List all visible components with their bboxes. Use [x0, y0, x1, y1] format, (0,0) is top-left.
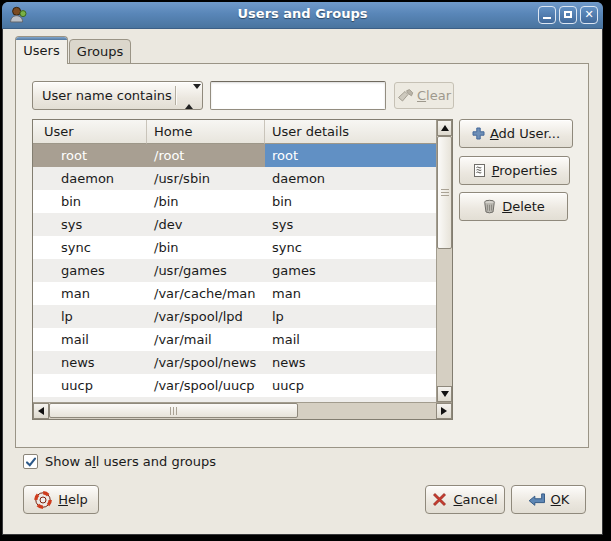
table-row[interactable]: uucp /var/spool/uucp uucp: [33, 374, 436, 397]
ok-icon: [528, 492, 545, 507]
help-button[interactable]: Help: [23, 485, 99, 514]
column-header-details[interactable]: User details: [265, 120, 436, 144]
filter-field-value: User name contains: [42, 88, 172, 103]
users-and-groups-window: Users and Groups ✕ Users Groups User nam…: [2, 2, 603, 535]
table-row-root[interactable]: root /root root: [33, 144, 436, 167]
combo-arrows-icon: [185, 89, 194, 104]
delete-button[interactable]: Delete: [459, 192, 568, 221]
cancel-label: Cancel: [453, 492, 497, 507]
close-button[interactable]: ✕: [580, 6, 598, 24]
vertical-scrollbar[interactable]: [436, 120, 452, 402]
arrow-right-icon: [441, 407, 447, 415]
filter-field-select[interactable]: User name contains: [32, 81, 203, 110]
cancel-icon: [432, 492, 447, 507]
properties-icon: [472, 163, 487, 178]
vertical-scrollbar-thumb[interactable]: [437, 136, 452, 249]
cancel-button[interactable]: Cancel: [425, 485, 505, 514]
tab-users[interactable]: Users: [15, 36, 68, 64]
scroll-right-button[interactable]: [436, 403, 452, 419]
add-user-label: Add User...: [490, 126, 560, 141]
maximize-button[interactable]: [559, 6, 577, 24]
table-row[interactable]: man /var/cache/man man: [33, 282, 436, 305]
delete-label: Delete: [502, 199, 545, 214]
checkbox-checked-icon[interactable]: [23, 454, 38, 469]
column-header-user[interactable]: User: [33, 120, 147, 144]
users-tab-page: User name contains Clear User Home User …: [15, 63, 589, 448]
filter-search-input[interactable]: [210, 81, 386, 110]
clear-button[interactable]: Clear: [394, 82, 454, 109]
help-icon: [34, 491, 52, 509]
tab-groups[interactable]: Groups: [69, 39, 131, 64]
trash-icon: [482, 199, 497, 214]
table-row[interactable]: sys /dev sys: [33, 213, 436, 236]
table-row[interactable]: news /var/spool/news news: [33, 351, 436, 374]
table-row[interactable]: lp /var/spool/lpd lp: [33, 305, 436, 328]
add-user-button[interactable]: Add User...: [459, 119, 573, 148]
users-table: User Home User details root /root root d…: [32, 119, 453, 420]
arrow-up-icon: [441, 125, 449, 131]
ok-button[interactable]: OK: [511, 485, 586, 514]
scroll-left-button[interactable]: [33, 403, 49, 419]
table-row[interactable]: mail /var/mail mail: [33, 328, 436, 351]
properties-button[interactable]: Properties: [459, 156, 570, 185]
table-row[interactable]: daemon /usr/sbin daemon: [33, 167, 436, 190]
table-row[interactable]: sync /bin sync: [33, 236, 436, 259]
maximize-icon: [564, 11, 572, 18]
horizontal-scrollbar-thumb[interactable]: [49, 403, 298, 418]
window-title: Users and Groups: [2, 6, 603, 21]
scroll-up-button[interactable]: [437, 120, 452, 136]
titlebar[interactable]: Users and Groups ✕: [2, 2, 603, 29]
properties-label: Properties: [492, 163, 558, 178]
table-header: User Home User details: [33, 120, 436, 144]
column-header-home[interactable]: Home: [147, 120, 265, 144]
show-all-label: Show all users and groups: [45, 454, 216, 469]
minimize-button[interactable]: [538, 6, 556, 24]
help-label: Help: [58, 492, 88, 507]
arrow-left-icon: [38, 407, 44, 415]
ok-label: OK: [551, 492, 570, 507]
show-all-checkbox-row[interactable]: Show all users and groups: [23, 454, 216, 469]
plus-icon: [472, 127, 485, 140]
table-row[interactable]: games /usr/games games: [33, 259, 436, 282]
horizontal-scrollbar[interactable]: [33, 402, 452, 419]
scroll-down-button[interactable]: [437, 386, 452, 402]
clear-label: Clear: [417, 88, 451, 103]
table-row[interactable]: bin /bin bin: [33, 190, 436, 213]
clear-icon: [397, 89, 414, 102]
close-icon: ✕: [581, 8, 597, 22]
table-body: root /root root daemon /usr/sbin daemon …: [33, 144, 436, 402]
arrow-down-icon: [441, 391, 449, 397]
minimize-icon: [543, 17, 551, 19]
